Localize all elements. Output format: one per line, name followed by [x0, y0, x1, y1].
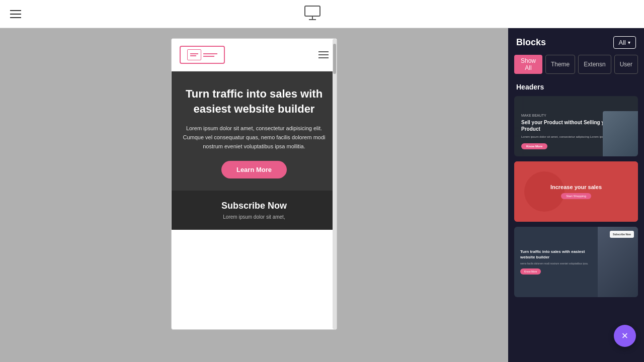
fab-close-icon: ×: [622, 329, 628, 342]
logo-text-icon: [203, 53, 217, 57]
preview-subscribe-section: Subscribe Now Lorem ipsum dolor sit amet…: [172, 191, 337, 230]
fab-close-button[interactable]: ×: [614, 325, 636, 347]
preview-header: [172, 39, 337, 71]
filter-tab-user[interactable]: User: [614, 55, 638, 74]
topbar-center: [303, 4, 321, 24]
thumbnail-card-1[interactable]: MAKE BEAUTY Sell your Product without Se…: [514, 96, 638, 156]
thumb3-left-col: Turn traffic into sales with easiest web…: [514, 227, 598, 297]
thumb2-background: [514, 161, 638, 222]
hamburger-icon[interactable]: [10, 10, 21, 18]
mobile-preview-frame: Turn traffic into sales with easiest web…: [171, 38, 337, 330]
subscribe-body: Lorem ipsum dolor sit amet,: [182, 214, 327, 220]
subscribe-heading: Subscribe Now: [182, 201, 327, 211]
thumb2-cta: Start Shopping: [561, 193, 591, 199]
preview-hamburger-icon[interactable]: [318, 51, 329, 58]
svg-rect-0: [305, 6, 320, 16]
hero-body: Lorem ipsum dolor sit amet, consectetur …: [182, 124, 327, 151]
logo-card-icon: [187, 49, 201, 60]
thumbnail-card-2[interactable]: Increase your sales Start Shopping: [514, 161, 638, 222]
mobile-scrollbar[interactable]: [333, 39, 337, 329]
filter-tabs: Show All Theme Extensn User: [508, 55, 644, 81]
filter-tab-theme[interactable]: Theme: [545, 55, 575, 74]
thumb3-heading: Turn traffic into sales with easiest web…: [520, 249, 592, 260]
thumbnail-card-3[interactable]: Turn traffic into sales with easiest web…: [514, 227, 638, 297]
section-label-headers: Headers: [508, 81, 644, 96]
canvas-area: Turn traffic into sales with easiest web…: [0, 28, 508, 362]
sidebar-title: Blocks: [516, 37, 546, 48]
sidebar-panel: Blocks All ▾ Show All Theme Extensn User…: [508, 28, 644, 362]
thumb3-body: nemo facilis dolorem modi nostrum evenie…: [520, 262, 592, 265]
sidebar-header: Blocks All ▾: [508, 28, 644, 55]
all-dropdown-button[interactable]: All ▾: [613, 36, 636, 49]
learn-more-button[interactable]: Learn More: [221, 161, 287, 178]
dropdown-arrow-icon: ▾: [628, 40, 630, 45]
preview-hero-section: Turn traffic into sales with easiest web…: [172, 71, 337, 191]
monitor-icon: [303, 4, 321, 24]
filter-tab-show-all[interactable]: Show All: [514, 55, 542, 74]
thumb2-heading: Increase your sales: [550, 184, 602, 190]
thumb3-cta: Know More: [520, 268, 541, 275]
thumb3-subscribe-badge: Subscribe Now: [610, 231, 634, 238]
thumb1-cta: Know More: [521, 143, 547, 149]
topbar: [0, 0, 644, 28]
all-dropdown-label: All: [619, 39, 626, 46]
main-area: Turn traffic into sales with easiest web…: [0, 28, 644, 362]
thumb1-person-image: [603, 111, 638, 156]
scrollbar-thumb: [333, 44, 336, 74]
filter-tab-extensn[interactable]: Extensn: [578, 55, 611, 74]
hero-heading: Turn traffic into sales with easiest web…: [182, 86, 327, 116]
topbar-left: [10, 10, 21, 18]
preview-logo: [180, 46, 225, 64]
thumbnails-list: MAKE BEAUTY Sell your Product without Se…: [508, 96, 644, 362]
